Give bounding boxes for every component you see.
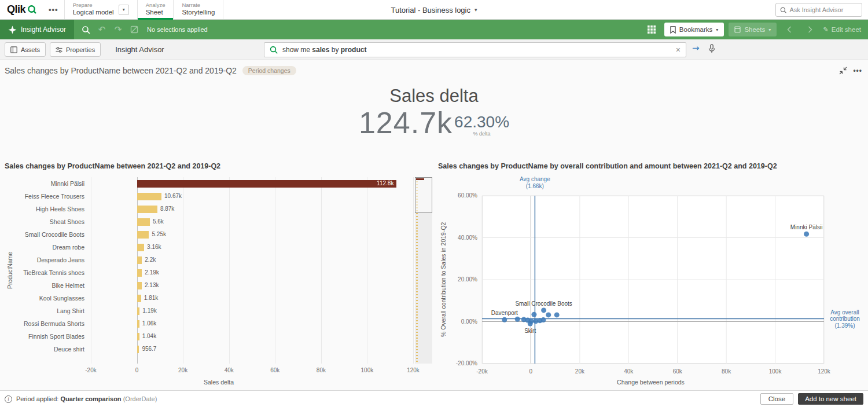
category-label-tiebreak-tennis-shoes[interactable]: TieBreak Tennis shoes <box>19 266 89 279</box>
insight-more-button[interactable]: ••• <box>853 67 862 75</box>
insight-title: Sales changes by ProductName between 202… <box>5 66 237 75</box>
scatter-point[interactable] <box>515 317 520 322</box>
bar-value-label: 112.8k <box>377 180 393 187</box>
scatter-point[interactable] <box>541 317 546 322</box>
bar-feiss-fleece-trousers[interactable] <box>137 193 162 200</box>
category-label-desperado-jeans[interactable]: Desperado Jeans <box>19 254 89 266</box>
global-search[interactable] <box>775 3 862 17</box>
bookmarks-button[interactable]: Bookmarks ▾ <box>664 23 724 36</box>
scatter-point-minnki-p-lsii[interactable] <box>804 232 809 237</box>
prepare-dropdown-button[interactable]: ▾ <box>119 5 129 15</box>
bar-chart-scrollbar[interactable] <box>415 177 432 364</box>
edit-sheet-button[interactable]: ✎ Edit sheet <box>823 25 861 34</box>
selections-status: No selections applied <box>147 26 208 33</box>
bar-lang-shirt[interactable] <box>137 307 140 315</box>
category-label-high-heels-shoes[interactable]: High Heels Shoes <box>19 203 89 215</box>
submit-search-icon[interactable]: → <box>692 44 700 53</box>
scatter-point[interactable] <box>554 312 560 317</box>
period-field: (OrderDate) <box>123 395 157 402</box>
bar-kool-sunglasses[interactable] <box>137 295 141 302</box>
bar-bike-helmet[interactable] <box>137 282 142 289</box>
bar-dream-robe[interactable] <box>137 244 145 251</box>
scatter-chart[interactable]: Sales changes by ProductName by overall … <box>438 162 863 389</box>
qlik-logo[interactable]: Qlik <box>0 0 43 19</box>
sheets-button[interactable]: Sheets ▾ <box>729 23 777 36</box>
bar-rossi-bermuda-shorts[interactable] <box>137 320 139 328</box>
scatter-plot: Minnki PälsiiDavenportSmall Crocodile Bo… <box>482 196 824 364</box>
gridline <box>229 177 230 364</box>
chevron-down-icon: ▾ <box>768 27 771 32</box>
category-label-small-crocodile-boots[interactable]: Small Crocodile Boots <box>19 228 89 241</box>
app-title-dropdown[interactable]: Tutorial - Business logic ▾ <box>391 0 477 20</box>
nav-narrate[interactable]: Narrate Storytelling <box>174 0 223 19</box>
global-menu-button[interactable]: ••• <box>43 0 64 19</box>
category-label-deuce-shirt[interactable]: Deuce shirt <box>19 343 89 355</box>
properties-button[interactable]: Properties <box>50 42 101 57</box>
kpi-sales-delta[interactable]: Sales delta 124.7k 62.30% % delta <box>0 86 868 137</box>
insight-search-box[interactable]: show me sales by product × <box>264 42 686 57</box>
chevron-right-icon <box>808 26 812 33</box>
category-label-sheat-shoes[interactable]: Sheat Shoes <box>19 215 89 228</box>
scatter-point-small-crocodile-boots[interactable] <box>541 307 546 313</box>
clear-search-icon[interactable]: × <box>676 46 681 54</box>
previous-sheet-button[interactable] <box>781 21 797 38</box>
collapse-glyph <box>839 67 847 75</box>
redo-icon[interactable]: ↷ <box>110 21 126 38</box>
insight-advisor-button[interactable]: Insight Advisor <box>0 20 74 39</box>
bar-deuce-shirt[interactable] <box>137 346 139 353</box>
bar-desperado-jeans[interactable] <box>137 256 142 264</box>
bar-value-label: 1.04k <box>142 333 156 340</box>
app-objects-grid-icon[interactable] <box>643 21 660 38</box>
close-button[interactable]: Close <box>760 393 793 405</box>
category-label-bike-helmet[interactable]: Bike Helmet <box>19 279 89 292</box>
search-query-text[interactable]: show me sales by product <box>282 46 671 54</box>
scatter-point[interactable] <box>531 312 536 317</box>
bar-value-label: 1.06k <box>142 320 156 327</box>
bar-minnki-p-lsii[interactable] <box>137 180 397 188</box>
top-navbar: Qlik ••• Prepare Logical model ▾ Analyze… <box>0 0 868 20</box>
assets-button[interactable]: Assets <box>5 42 46 57</box>
scrollbar-window[interactable] <box>415 177 432 213</box>
x-tick-label: 0 <box>135 367 139 373</box>
period-name: Quarter comparison <box>60 395 121 402</box>
bar-small-crocodile-boots[interactable] <box>137 231 149 239</box>
category-label-kool-sunglasses[interactable]: Kool Sunglasses <box>19 292 89 305</box>
bar-tiebreak-tennis-shoes[interactable] <box>137 269 142 277</box>
category-label-dream-robe[interactable]: Dream robe <box>19 241 89 254</box>
x-tick-label: 20k <box>178 367 187 373</box>
nav-analyze[interactable]: Analyze Sheet <box>138 0 174 19</box>
next-sheet-button[interactable] <box>802 21 818 38</box>
bar-value-label: 10.67k <box>164 193 182 200</box>
y-tick-label: 40.00% <box>458 234 477 241</box>
bar-finnish-sport-blades[interactable] <box>137 333 139 340</box>
scatter-point[interactable] <box>528 318 534 324</box>
search-selections-icon[interactable] <box>78 21 94 38</box>
category-label-feiss-fleece-trousers[interactable]: Feiss Fleece Trousers <box>19 190 89 203</box>
collapse-icon[interactable] <box>839 67 847 75</box>
category-label-minnki-p-lsii[interactable]: Minnki Pälsii <box>19 177 89 190</box>
bar-value-label: 3.16k <box>147 244 161 251</box>
category-label-finnish-sport-blades[interactable]: Finnish Sport Blades <box>19 330 89 343</box>
bar-value-label: 1.81k <box>144 295 158 302</box>
category-label-lang-shirt[interactable]: Lang Shirt <box>19 305 89 317</box>
microphone-icon[interactable] <box>708 44 715 53</box>
x-tick-label: 40k <box>225 367 234 373</box>
bar-chart[interactable]: Sales changes by ProductName between 202… <box>5 162 433 389</box>
add-to-new-sheet-button[interactable]: Add to new sheet <box>798 393 863 405</box>
undo-icon[interactable]: ↶ <box>94 21 110 38</box>
gridline <box>367 177 367 364</box>
nav-narrate-section: Narrate <box>182 2 215 9</box>
bar-value-label: 5.6k <box>153 218 164 225</box>
scatter-chart-ylabel: % Overall contribution to Sales in 2019-… <box>439 196 447 364</box>
nav-prepare[interactable]: Prepare Logical model ▾ <box>65 0 137 19</box>
bar-high-heels-shoes[interactable] <box>137 206 157 213</box>
bar-sheat-shoes[interactable] <box>137 218 150 226</box>
gridline <box>275 177 275 364</box>
scatter-point[interactable] <box>546 312 551 317</box>
category-label-rossi-bermuda-shorts[interactable]: Rossi Bermuda Shorts <box>19 317 89 330</box>
point-label: Davenport <box>491 310 518 316</box>
scatter-point-davenport[interactable] <box>502 317 507 322</box>
bar-value-label: 956.7 <box>142 346 156 353</box>
ask-insight-advisor-input[interactable] <box>789 6 858 13</box>
clear-selections-icon[interactable] <box>126 21 142 38</box>
